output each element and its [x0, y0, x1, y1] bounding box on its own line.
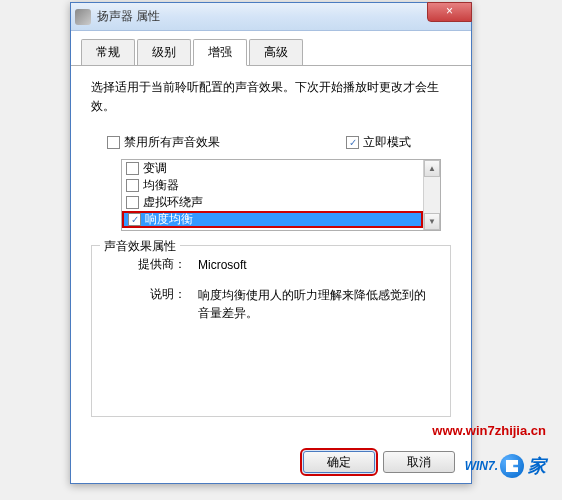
effect-label: 虚拟环绕声: [143, 194, 203, 211]
disable-all-option[interactable]: 禁用所有声音效果: [107, 134, 220, 151]
watermark-logo: WIN7. 家: [465, 454, 546, 478]
effect-checkbox[interactable]: [126, 162, 139, 175]
titlebar[interactable]: 扬声器 属性 ×: [71, 3, 471, 31]
effect-checkbox[interactable]: [128, 213, 141, 226]
scroll-up-button[interactable]: ▲: [424, 160, 440, 177]
provider-value: Microsoft: [198, 256, 436, 274]
effect-label: 均衡器: [143, 177, 179, 194]
close-button[interactable]: ×: [427, 2, 472, 22]
disable-all-label: 禁用所有声音效果: [124, 134, 220, 151]
disable-all-checkbox[interactable]: [107, 136, 120, 149]
tab-content: 选择适用于当前聆听配置的声音效果。下次开始播放时更改才会生效。 禁用所有声音效果…: [71, 66, 471, 429]
immediate-mode-option[interactable]: 立即模式: [346, 134, 411, 151]
provider-label: 提供商：: [130, 256, 186, 274]
logo-ball-icon: [500, 454, 524, 478]
speaker-properties-window: 扬声器 属性 × 常规 级别 增强 高级 选择适用于当前聆听配置的声音效果。下次…: [70, 2, 472, 484]
scroll-track[interactable]: [424, 177, 440, 213]
desc-value: 响度均衡使用人的听力理解来降低感觉到的音量差异。: [198, 286, 436, 322]
list-item[interactable]: 变调: [122, 160, 423, 177]
list-item[interactable]: 虚拟环绕声: [122, 194, 423, 211]
cancel-button[interactable]: 取消: [383, 451, 455, 473]
immediate-mode-label: 立即模式: [363, 134, 411, 151]
tab-advanced[interactable]: 高级: [249, 39, 303, 65]
tab-levels[interactable]: 级别: [137, 39, 191, 65]
watermark-url: www.win7zhijia.cn: [432, 423, 546, 438]
desc-label: 说明：: [130, 286, 186, 322]
scroll-down-button[interactable]: ▼: [424, 213, 440, 230]
tab-enhancements[interactable]: 增强: [193, 39, 247, 66]
window-icon: [75, 9, 91, 25]
list-item-selected[interactable]: 响度均衡: [122, 211, 423, 228]
effects-listbox[interactable]: 变调 均衡器 虚拟环绕声 响度均衡 ▲ ▼: [121, 159, 441, 231]
fieldset-legend: 声音效果属性: [100, 238, 180, 255]
dialog-buttons: 确定 取消: [303, 451, 455, 473]
effect-label: 响度均衡: [145, 211, 193, 228]
effect-label: 变调: [143, 160, 167, 177]
effect-checkbox[interactable]: [126, 179, 139, 192]
ok-button[interactable]: 确定: [303, 451, 375, 473]
window-title: 扬声器 属性: [97, 8, 160, 25]
top-options-row: 禁用所有声音效果 立即模式: [91, 134, 451, 151]
list-item[interactable]: 均衡器: [122, 177, 423, 194]
immediate-mode-checkbox[interactable]: [346, 136, 359, 149]
description-text: 选择适用于当前聆听配置的声音效果。下次开始播放时更改才会生效。: [91, 78, 451, 116]
listbox-scrollbar[interactable]: ▲ ▼: [423, 160, 440, 230]
tab-general[interactable]: 常规: [81, 39, 135, 65]
tabs-row: 常规 级别 增强 高级: [71, 31, 471, 66]
logo-text: WIN7.: [465, 459, 498, 473]
logo-jia: 家: [528, 454, 546, 478]
effect-checkbox[interactable]: [126, 196, 139, 209]
properties-fieldset: 声音效果属性 提供商： Microsoft 说明： 响度均衡使用人的听力理解来降…: [91, 245, 451, 417]
